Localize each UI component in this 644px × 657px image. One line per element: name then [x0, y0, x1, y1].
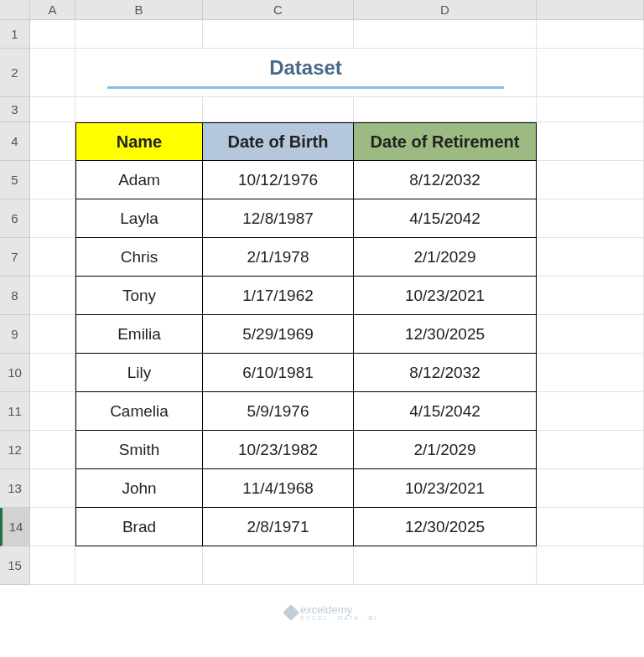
cell-a3[interactable]: [30, 97, 75, 122]
cell-ret-4[interactable]: 12/30/2025: [354, 315, 537, 354]
cell-e1[interactable]: [537, 20, 644, 49]
row-header-7[interactable]: 7: [0, 238, 30, 277]
row-header-2[interactable]: 2: [0, 49, 30, 97]
cell-dob-3[interactable]: 1/17/1962: [203, 277, 354, 315]
cell-a14[interactable]: [30, 508, 75, 546]
cell-ret-1[interactable]: 4/15/2042: [354, 199, 537, 238]
row-header-14[interactable]: 14: [0, 508, 30, 546]
watermark-brand: exceldemy: [300, 603, 352, 616]
cell-name-2[interactable]: Chris: [75, 238, 203, 277]
cell-name-8[interactable]: John: [75, 469, 203, 508]
cell-dob-8[interactable]: 11/4/1968: [203, 469, 354, 508]
row-header-13[interactable]: 13: [0, 469, 30, 508]
row-header-3[interactable]: 3: [0, 97, 30, 122]
cell-c1[interactable]: [203, 20, 354, 49]
spreadsheet-grid: A B C D 1 2 Dataset 3 4 Name Date of Bir…: [0, 0, 644, 585]
cell-a1[interactable]: [30, 20, 75, 49]
row-header-8[interactable]: 8: [0, 277, 30, 315]
header-name[interactable]: Name: [75, 122, 203, 161]
cell-e14[interactable]: [537, 508, 644, 546]
page-title: Dataset: [269, 56, 342, 80]
cell-ret-5[interactable]: 8/12/2032: [354, 354, 537, 392]
cell-e8[interactable]: [537, 277, 644, 315]
cell-name-6[interactable]: Camelia: [75, 392, 203, 431]
cell-a7[interactable]: [30, 238, 75, 277]
cell-name-5[interactable]: Lily: [75, 354, 203, 392]
cell-b1[interactable]: [75, 20, 203, 49]
cell-dob-2[interactable]: 2/1/1978: [203, 238, 354, 277]
cell-ret-6[interactable]: 4/15/2042: [354, 392, 537, 431]
cell-e15[interactable]: [537, 546, 644, 585]
cell-a5[interactable]: [30, 161, 75, 199]
cell-e6[interactable]: [537, 199, 644, 238]
cell-e5[interactable]: [537, 161, 644, 199]
cell-ret-3[interactable]: 10/23/2021: [354, 277, 537, 315]
header-ret[interactable]: Date of Retirement: [354, 122, 537, 161]
cell-dob-0[interactable]: 10/12/1976: [203, 161, 354, 199]
cell-name-9[interactable]: Brad: [75, 508, 203, 546]
watermark-tag: EXCEL · DATA · BI: [300, 614, 377, 622]
cell-a15[interactable]: [30, 546, 75, 585]
cell-a8[interactable]: [30, 277, 75, 315]
row-header-15[interactable]: 15: [0, 546, 30, 585]
cell-dob-1[interactable]: 12/8/1987: [203, 199, 354, 238]
col-header-c[interactable]: C: [203, 0, 354, 20]
cell-b15[interactable]: [75, 546, 203, 585]
col-header-d[interactable]: D: [354, 0, 537, 20]
row-header-11[interactable]: 11: [0, 392, 30, 431]
cell-dob-5[interactable]: 6/10/1981: [203, 354, 354, 392]
cell-dob-9[interactable]: 2/8/1971: [203, 508, 354, 546]
cell-c3[interactable]: [203, 97, 354, 122]
cell-dob-6[interactable]: 5/9/1976: [203, 392, 354, 431]
row-header-9[interactable]: 9: [0, 315, 30, 354]
col-header-b[interactable]: B: [75, 0, 203, 20]
cell-a9[interactable]: [30, 315, 75, 354]
title-cell[interactable]: Dataset: [75, 49, 537, 97]
cell-dob-7[interactable]: 10/23/1982: [203, 431, 354, 469]
cell-name-0[interactable]: Adam: [75, 161, 203, 199]
cell-a13[interactable]: [30, 469, 75, 508]
cell-b3[interactable]: [75, 97, 203, 122]
cell-e12[interactable]: [537, 431, 644, 469]
cell-f2[interactable]: [537, 49, 644, 97]
cell-c15[interactable]: [203, 546, 354, 585]
corner-cell[interactable]: [0, 0, 30, 20]
cell-d1[interactable]: [354, 20, 537, 49]
cell-e11[interactable]: [537, 392, 644, 431]
cell-d15[interactable]: [354, 546, 537, 585]
cell-ret-8[interactable]: 10/23/2021: [354, 469, 537, 508]
cell-a11[interactable]: [30, 392, 75, 431]
cell-e9[interactable]: [537, 315, 644, 354]
col-header-a[interactable]: A: [30, 0, 75, 20]
cell-d3[interactable]: [354, 97, 537, 122]
row-header-10[interactable]: 10: [0, 354, 30, 392]
row-header-6[interactable]: 6: [0, 199, 30, 238]
cell-name-3[interactable]: Tony: [75, 277, 203, 315]
cell-name-4[interactable]: Emilia: [75, 315, 203, 354]
cell-ret-2[interactable]: 2/1/2029: [354, 238, 537, 277]
row-header-5[interactable]: 5: [0, 161, 30, 199]
cell-ret-0[interactable]: 8/12/2032: [354, 161, 537, 199]
cell-a4[interactable]: [30, 122, 75, 161]
cell-a2[interactable]: [30, 49, 75, 97]
title-underline: [107, 86, 503, 89]
cell-a6[interactable]: [30, 199, 75, 238]
cell-e10[interactable]: [537, 354, 644, 392]
row-header-4[interactable]: 4: [0, 122, 30, 161]
col-header-blank[interactable]: [537, 0, 644, 20]
cell-a10[interactable]: [30, 354, 75, 392]
cell-e13[interactable]: [537, 469, 644, 508]
cell-name-1[interactable]: Layla: [75, 199, 203, 238]
cell-a12[interactable]: [30, 431, 75, 469]
row-header-12[interactable]: 12: [0, 431, 30, 469]
watermark-icon: [283, 604, 299, 621]
cell-e4[interactable]: [537, 122, 644, 161]
header-dob[interactable]: Date of Birth: [203, 122, 354, 161]
cell-dob-4[interactable]: 5/29/1969: [203, 315, 354, 354]
row-header-1[interactable]: 1: [0, 20, 30, 49]
cell-e3[interactable]: [537, 97, 644, 122]
cell-e7[interactable]: [537, 238, 644, 277]
cell-name-7[interactable]: Smith: [75, 431, 203, 469]
cell-ret-9[interactable]: 12/30/2025: [354, 508, 537, 546]
cell-ret-7[interactable]: 2/1/2029: [354, 431, 537, 469]
